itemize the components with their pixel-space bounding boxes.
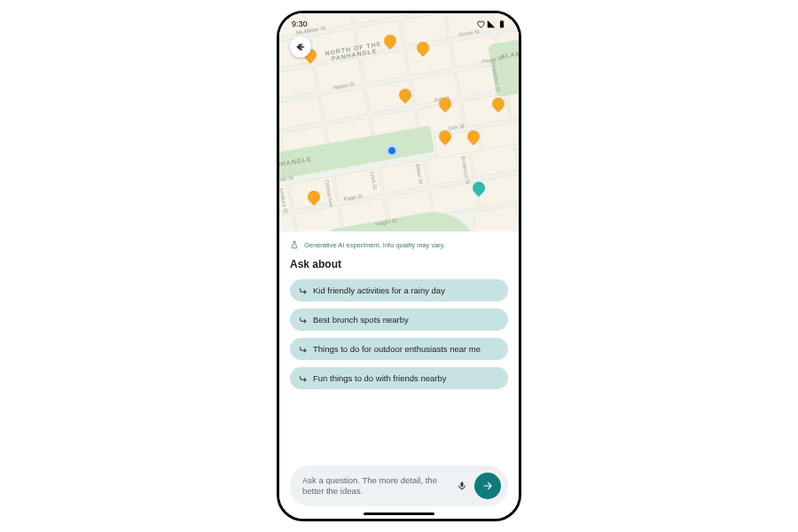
battery-icon [497,20,506,28]
beaker-icon [290,240,299,249]
arrow-return-icon [299,316,308,325]
microphone-icon [457,481,467,491]
status-icons [476,20,506,28]
cellular-icon [487,20,496,28]
heart-icon [476,20,485,28]
map-view[interactable]: Turk Blvd Golden Ga McAllister St Fulton… [279,13,519,231]
send-button[interactable] [474,473,501,499]
phone-frame: 9:30 [277,11,521,521]
experiment-notice: Generative AI experiment. Info quality m… [290,239,508,254]
bottom-panel: Generative AI experiment. Info quality m… [279,231,519,519]
suggestion-chip[interactable]: Things to do for outdoor enthusiasts nea… [290,338,508,360]
back-button[interactable] [290,36,311,58]
suggestion-label: Things to do for outdoor enthusiasts nea… [313,344,481,354]
question-input[interactable]: Ask a question. The more detail, the bet… [290,466,508,506]
arrow-return-icon [299,286,308,295]
notice-text: Generative AI experiment. Info quality m… [304,241,445,249]
status-time: 9:30 [292,20,308,28]
suggestion-chip[interactable]: Kid friendly activities for a rainy day [290,279,508,301]
arrow-return-icon [299,345,308,354]
home-indicator [364,512,434,515]
section-title: Ask about [290,258,508,270]
suggestion-label: Kid friendly activities for a rainy day [313,286,445,295]
arrow-left-icon [295,42,306,52]
input-placeholder: Ask a question. The more detail, the bet… [302,475,455,497]
status-bar: 9:30 [279,17,519,31]
current-location-dot [386,145,398,157]
suggestion-label: Fun things to do with friends nearby [313,373,447,383]
voice-input-button[interactable] [455,481,469,491]
suggestion-label: Best brunch spots nearby [313,315,409,325]
arrow-return-icon [299,374,308,383]
suggestion-chip[interactable]: Best brunch spots nearby [290,309,508,331]
suggestion-chip[interactable]: Fun things to do with friends nearby [290,367,508,389]
send-icon [481,480,494,492]
svg-rect-0 [501,20,503,21]
